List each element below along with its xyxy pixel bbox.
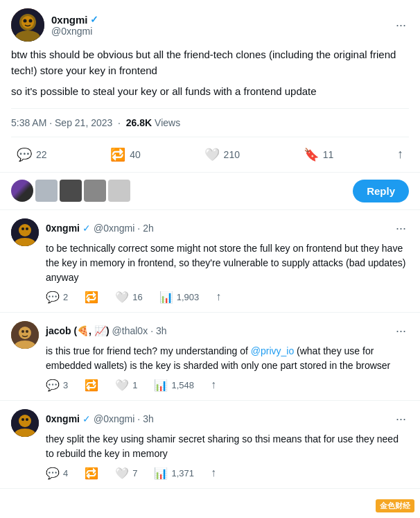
comment-like-1[interactable]: 🤍 16 <box>115 291 142 304</box>
heart-icon-1: 🤍 <box>115 291 129 304</box>
color-swatch-4 <box>108 180 130 202</box>
retweet-action[interactable]: 🔁 40 <box>105 143 146 166</box>
color-swatch-3 <box>84 180 106 202</box>
comment-body-3: they split the key using shamir secret s… <box>46 432 409 461</box>
heart-icon-2: 🤍 <box>115 379 129 392</box>
reply-section: Reply <box>0 173 420 210</box>
comment-share-3[interactable]: ↑ <box>211 467 216 479</box>
bar-chart-icon-1: 📊 <box>159 291 173 304</box>
comment-reply-count-2: 3 <box>63 380 68 390</box>
heart-icon: 🤍 <box>204 147 220 162</box>
comment-like-2[interactable]: 🤍 1 <box>115 379 137 392</box>
comment-body-prefix-2: is this true for friend tech? my underst… <box>46 345 251 356</box>
comment-right-2: jacob (🍕, 📈) @thal0x · 3h ··· is this tr… <box>46 321 409 392</box>
svg-point-3 <box>21 16 34 28</box>
author-name[interactable]: 0xngmi ✓ <box>51 14 98 26</box>
comment-reply-count-1: 2 <box>63 292 68 302</box>
heart-icon-3: 🤍 <box>115 467 129 480</box>
share-icon: ↑ <box>397 147 403 162</box>
tweet-actions: 💬 22 🔁 40 🤍 210 🔖 11 ↑ <box>11 140 409 172</box>
retweet-icon: 🔁 <box>110 147 125 162</box>
comment-tweet-3: 0xngmi ✓ @0xngmi · 3h ··· they split the… <box>0 401 420 489</box>
comment-verified-1: ✓ <box>82 223 91 234</box>
svg-point-19 <box>21 418 24 421</box>
comment-actions-1: 💬 2 🔁 🤍 16 📊 1,903 ↑ <box>46 291 409 304</box>
tweet-header-left: 0xngmi ✓ @0xngmi <box>11 8 98 42</box>
comment-icon-2: 💬 <box>46 379 60 392</box>
comment-action[interactable]: 💬 22 <box>11 143 53 166</box>
comment-like-3[interactable]: 🤍 7 <box>115 467 137 480</box>
comment-handle-3: @0xngmi <box>94 413 134 424</box>
avatar[interactable] <box>11 8 44 42</box>
tweet-views-count: 26.8K <box>126 117 152 128</box>
comment-name-3: 0xngmi <box>46 413 80 424</box>
author-handle: @0xngmi <box>51 26 98 37</box>
comment-rt-2[interactable]: 🔁 <box>85 379 98 392</box>
comment-share-2[interactable]: ↑ <box>211 379 216 391</box>
bookmark-icon: 🔖 <box>304 147 319 162</box>
svg-point-4 <box>24 19 27 23</box>
tweet-meta: 5:38 AM · Sep 21, 2023 · 26.8K Views <box>11 108 409 137</box>
comment-header-1: 0xngmi ✓ @0xngmi · 2h ··· <box>46 218 409 239</box>
comment-more-1[interactable]: ··· <box>393 218 409 239</box>
comment-like-count-1: 16 <box>132 292 142 302</box>
comment-avatar-3[interactable] <box>11 409 39 437</box>
comment-name-2: jacob (🍕, 📈) <box>46 325 110 336</box>
comment-views-count-3: 1,371 <box>171 468 194 478</box>
main-tweet: 0xngmi ✓ @0xngmi ··· btw this should be … <box>0 0 420 173</box>
comment-reply-1[interactable]: 💬 2 <box>46 291 68 304</box>
privy-link[interactable]: @privy_io <box>251 345 294 356</box>
svg-point-17 <box>19 415 31 427</box>
tweet-body-line1: btw this should be obvious but all the f… <box>11 47 409 78</box>
svg-point-5 <box>29 19 33 23</box>
more-options-icon[interactable]: ··· <box>393 15 409 35</box>
comment-views-count-2: 1,548 <box>171 380 194 390</box>
comment-handle-2: @thal0x <box>112 325 148 336</box>
comment-views-1: 📊 1,903 <box>159 291 200 304</box>
reply-button[interactable]: Reply <box>353 180 409 202</box>
bar-chart-icon-2: 📊 <box>154 379 168 392</box>
comment-icon: 💬 <box>17 147 32 162</box>
comment-time-val-3: 3h <box>143 413 154 424</box>
bookmark-action[interactable]: 🔖 11 <box>298 143 340 166</box>
comment-actions-3: 💬 4 🔁 🤍 7 📊 1,371 ↑ <box>46 467 409 480</box>
like-action[interactable]: 🤍 210 <box>199 143 245 166</box>
comment-author-3: 0xngmi ✓ @0xngmi · 3h <box>46 413 154 424</box>
tweet-body: btw this should be obvious but all the f… <box>11 47 409 100</box>
reply-avatar-1 <box>11 180 33 202</box>
color-swatch-2 <box>60 180 82 202</box>
comment-avatar-2[interactable] <box>11 321 39 349</box>
svg-point-10 <box>26 227 28 230</box>
retweet-count: 40 <box>130 149 141 160</box>
retweet-icon-3: 🔁 <box>85 467 98 480</box>
comment-avatar-1[interactable] <box>11 218 39 246</box>
comment-reply-3[interactable]: 💬 4 <box>46 467 68 480</box>
comment-views-2: 📊 1,548 <box>154 379 194 392</box>
share-action[interactable]: ↑ <box>392 143 409 166</box>
comment-time-2: · <box>150 325 153 336</box>
comment-time-3: · <box>137 413 140 424</box>
comment-share-1[interactable]: ↑ <box>216 291 221 303</box>
retweet-icon-2: 🔁 <box>85 379 98 392</box>
verified-icon: ✓ <box>90 14 98 25</box>
author-info: 0xngmi ✓ @0xngmi <box>51 14 98 37</box>
comment-views-3: 📊 1,371 <box>154 467 194 480</box>
comment-reply-2[interactable]: 💬 3 <box>46 379 68 392</box>
comment-views-count-1: 1,903 <box>177 292 200 302</box>
comment-tweet-2: jacob (🍕, 📈) @thal0x · 3h ··· is this tr… <box>0 313 420 401</box>
comment-more-2[interactable]: ··· <box>393 321 409 341</box>
comment-more-3[interactable]: ··· <box>393 409 409 429</box>
comment-author-2: jacob (🍕, 📈) @thal0x · 3h <box>46 325 167 336</box>
svg-point-9 <box>21 227 24 230</box>
comment-rt-1[interactable]: 🔁 <box>85 291 98 304</box>
comment-rt-3[interactable]: 🔁 <box>85 467 98 480</box>
comment-body-2: is this true for friend tech? my underst… <box>46 344 409 373</box>
retweet-icon-1: 🔁 <box>85 291 98 304</box>
bar-chart-icon-3: 📊 <box>154 467 168 480</box>
tweet-header: 0xngmi ✓ @0xngmi ··· <box>11 8 409 42</box>
comment-actions-2: 💬 3 🔁 🤍 1 📊 1,548 ↑ <box>46 379 409 392</box>
comment-like-count-3: 7 <box>132 468 137 478</box>
svg-point-7 <box>19 224 31 236</box>
tweet-body-line2: so it's possible to steal your key or al… <box>11 84 409 100</box>
tweet-views-label: Views <box>155 117 180 128</box>
